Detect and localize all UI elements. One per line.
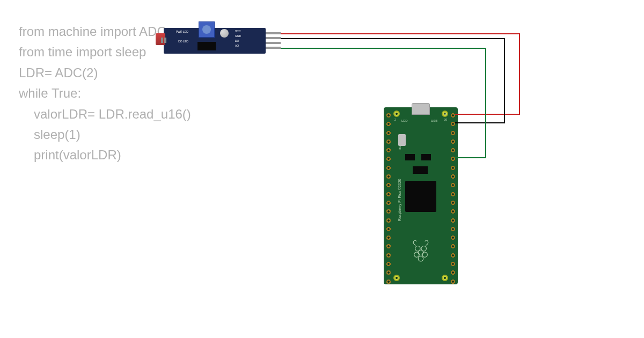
pico-usb-port (412, 103, 430, 115)
pico-pin-hole (386, 270, 391, 275)
pico-pin-hole (386, 200, 391, 205)
pico-pin-hole (386, 235, 391, 240)
pico-pin-hole (450, 139, 456, 144)
pico-pins-left (386, 113, 391, 284)
pico-pin-hole (386, 165, 391, 171)
pico-pin-hole (386, 182, 391, 188)
pico-pin-hole (386, 148, 391, 153)
pico-pin-hole (450, 121, 456, 127)
ldr-plus-mark: + (167, 20, 171, 28)
pico-pin-hole (450, 113, 456, 118)
pico-pin-hole (386, 192, 391, 197)
pico-rp2040-chip (405, 181, 436, 212)
pico-pin-hole (386, 279, 391, 284)
pico-bootsel-label: BOOTSEL (398, 137, 401, 150)
code-line-4: while True: (19, 83, 191, 104)
pico-board-text: Raspberry Pi Pico ©2020 (398, 179, 401, 221)
code-line-3: LDR= ADC(2) (19, 63, 191, 83)
svg-point-5 (418, 256, 423, 261)
pico-pin39-label: 39 (444, 118, 447, 121)
pico-pin40-label: 40 (444, 113, 447, 116)
ldr-pin-ao (266, 47, 281, 49)
pico-pin-hole (386, 253, 391, 258)
pico-pin-hole (450, 182, 456, 188)
pico-pins-right (450, 113, 456, 284)
pico-pin-hole (450, 218, 456, 223)
pico-smd-component (413, 166, 428, 174)
pico-usb-label: USB (431, 119, 437, 122)
raspberry-pi-logo-icon (411, 238, 431, 263)
pico-pin-hole (386, 113, 391, 118)
ldr-comparator-ic (197, 42, 216, 50)
ldr-potentiometer (199, 21, 215, 38)
ldr-sensor-leads (161, 38, 166, 43)
pico-pin-hole (450, 261, 456, 267)
code-line-5: valorLDR= LDR.read_u16() (19, 104, 191, 124)
pico-pin-hole (386, 244, 391, 249)
code-line-6: sleep(1) (19, 124, 191, 145)
ldr-pin-vcc (266, 32, 281, 34)
pico-pin-hole (450, 192, 456, 197)
pico-pin-hole (386, 139, 391, 144)
pico-pin2-label: 2 (394, 118, 396, 121)
wire-vcc (281, 34, 519, 114)
code-line-7: print(valorLDR) (19, 145, 191, 165)
pico-pin-hole (450, 165, 456, 171)
pico-pin-hole (386, 174, 391, 179)
pico-smd-component (421, 154, 431, 160)
pico-led-label: LED (401, 119, 408, 122)
pico-pin-hole (450, 226, 456, 232)
pico-pin-hole (450, 235, 456, 240)
pico-pin-hole (386, 261, 391, 267)
ldr-pin-labels: VCC GND DO AO (235, 29, 241, 48)
pico-pin-hole (450, 244, 456, 249)
pico-pin-hole (386, 130, 391, 136)
ldr-pwr-led (220, 29, 229, 38)
pico-mount-hole (442, 275, 448, 281)
pico-pin-hole (450, 130, 456, 136)
ldr-sensor-module: + VCC GND DO AO PWR LED DO LED (156, 21, 274, 59)
pico-pin-hole (386, 156, 391, 161)
pico-mount-hole (393, 275, 400, 281)
ldr-pin-do (266, 42, 281, 44)
pico-pin-hole (386, 218, 391, 223)
pico-pin-hole (386, 121, 391, 127)
svg-point-3 (414, 252, 420, 258)
pico-pin-hole (450, 200, 456, 205)
pico-pin-hole (450, 148, 456, 153)
pico-pin1-label: 1 (394, 113, 396, 116)
ldr-pin-gnd (266, 37, 281, 39)
pico-pin-hole (450, 253, 456, 258)
raspberry-pi-pico: Raspberry Pi Pico ©2020 LED USB BOOTSEL … (384, 103, 458, 285)
pico-pin-hole (386, 209, 391, 214)
pico-pin-hole (450, 270, 456, 275)
svg-point-4 (422, 252, 428, 258)
pico-smd-component (405, 154, 415, 160)
pico-pin-hole (450, 209, 456, 214)
pico-pin-hole (450, 279, 456, 284)
pico-pin-hole (450, 156, 456, 161)
ldr-side-labels: PWR LED DO LED (176, 29, 188, 44)
pico-pin-hole (386, 226, 391, 232)
ldr-header-pins (266, 32, 281, 49)
pico-pin-hole (450, 174, 456, 179)
